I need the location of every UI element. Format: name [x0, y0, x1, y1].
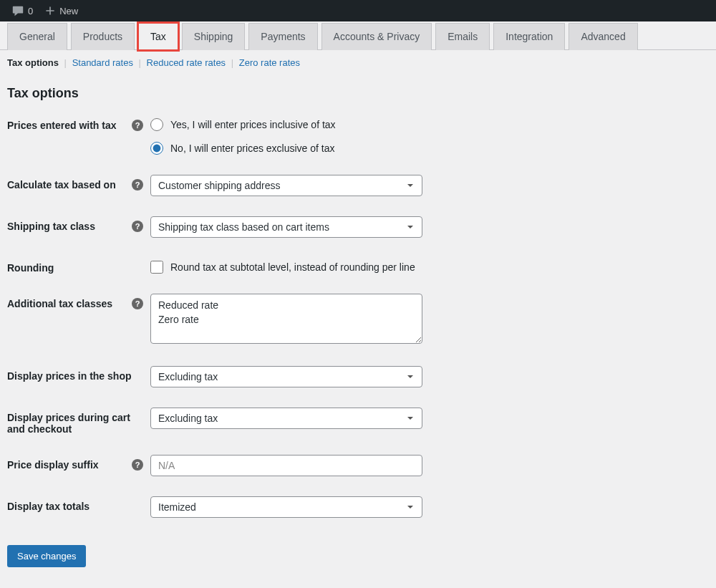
settings-tabs: General Products Tax Shipping Payments A… [0, 23, 716, 50]
checkbox-rounding-wrap: Round tax at subtotal level, instead of … [150, 258, 415, 274]
tab-accounts-privacy[interactable]: Accounts & Privacy [321, 23, 432, 50]
tab-products[interactable]: Products [71, 23, 135, 50]
new-label: New [59, 6, 78, 16]
select-calc-based-on[interactable]: Customer shipping address [150, 175, 422, 196]
tab-advanced[interactable]: Advanced [569, 23, 637, 50]
comments-count: 0 [28, 6, 33, 16]
row-rounding: Rounding Round tax at subtotal level, in… [7, 258, 709, 274]
tab-tax-label: Tax [150, 31, 166, 42]
select-shipping-tax-class[interactable]: Shipping tax class based on cart items [150, 216, 422, 238]
radio-group-prices: Yes, I will enter prices inclusive of ta… [150, 115, 336, 155]
row-display-shop: Display prices in the shop Excluding tax [7, 366, 709, 387]
label-calc-based-on: Calculate tax based on ? [7, 175, 150, 191]
help-icon[interactable]: ? [132, 179, 143, 191]
page-heading: Tax options [7, 86, 709, 101]
textarea-additional-classes[interactable]: Reduced rate Zero rate [150, 294, 422, 344]
subtab-reduced-rate-rates[interactable]: Reduced rate rates [147, 57, 226, 68]
input-price-suffix[interactable] [150, 455, 422, 476]
radio-exclusive[interactable]: No, I will enter prices exclusive of tax [150, 142, 336, 155]
radio-inclusive[interactable]: Yes, I will enter prices inclusive of ta… [150, 118, 336, 131]
admin-bar-comments[interactable]: 0 [6, 4, 39, 17]
tab-emails[interactable]: Emails [435, 23, 490, 50]
tab-payments[interactable]: Payments [248, 23, 317, 50]
row-display-cart: Display prices during cart and checkout … [7, 408, 709, 435]
admin-bar: 0 New [0, 0, 716, 21]
label-additional-classes: Additional tax classes ? [7, 294, 150, 309]
row-additional-classes: Additional tax classes ? Reduced rate Ze… [7, 294, 709, 346]
radio-exclusive-input[interactable] [150, 142, 163, 155]
help-icon[interactable]: ? [132, 459, 143, 471]
form-table: Prices entered with tax ? Yes, I will en… [7, 115, 709, 518]
row-prices-entered: Prices entered with tax ? Yes, I will en… [7, 115, 709, 155]
select-display-shop[interactable]: Excluding tax [150, 366, 422, 387]
radio-inclusive-input[interactable] [150, 118, 163, 131]
checkbox-rounding[interactable] [150, 261, 163, 274]
tab-shipping[interactable]: Shipping [182, 23, 246, 50]
content: Tax options Prices entered with tax ? Ye… [0, 68, 716, 574]
row-calc-based-on: Calculate tax based on ? Customer shippi… [7, 175, 709, 196]
admin-bar-new[interactable]: New [39, 5, 84, 16]
subtab-standard-rates[interactable]: Standard rates [72, 57, 133, 68]
label-price-suffix: Price display suffix ? [7, 455, 150, 471]
row-price-suffix: Price display suffix ? [7, 455, 709, 476]
subtabs: Tax options | Standard rates | Reduced r… [0, 50, 716, 68]
label-display-shop: Display prices in the shop [7, 366, 150, 382]
comment-icon [11, 4, 24, 17]
subtab-tax-options[interactable]: Tax options [7, 57, 59, 68]
tabs-container: General Products Tax Shipping Payments A… [0, 23, 716, 68]
tab-integration[interactable]: Integration [493, 23, 565, 50]
label-rounding: Rounding [7, 258, 150, 274]
row-shipping-tax-class: Shipping tax class ? Shipping tax class … [7, 216, 709, 238]
select-display-totals[interactable]: Itemized [150, 496, 422, 518]
tab-general[interactable]: General [7, 23, 67, 50]
tab-tax[interactable]: Tax [138, 23, 178, 50]
label-display-cart: Display prices during cart and checkout [7, 408, 150, 435]
save-button[interactable]: Save changes [7, 545, 86, 567]
help-icon[interactable]: ? [132, 120, 143, 131]
help-icon[interactable]: ? [132, 221, 143, 232]
plus-icon [44, 5, 56, 16]
label-prices-entered: Prices entered with tax ? [7, 115, 150, 131]
help-icon[interactable]: ? [132, 298, 143, 309]
select-display-cart[interactable]: Excluding tax [150, 408, 422, 429]
row-display-totals: Display tax totals Itemized [7, 496, 709, 518]
label-display-totals: Display tax totals [7, 496, 150, 512]
label-shipping-tax-class: Shipping tax class ? [7, 216, 150, 232]
subtab-zero-rate-rates[interactable]: Zero rate rates [239, 57, 300, 68]
